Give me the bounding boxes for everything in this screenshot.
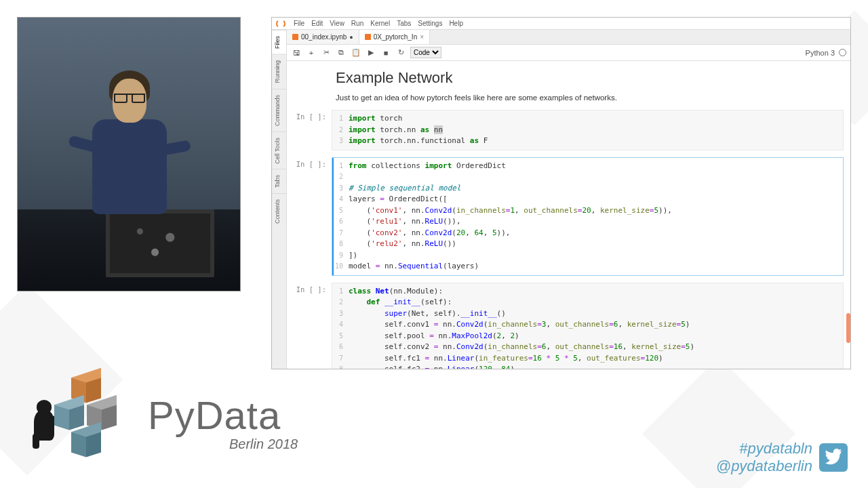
- run-icon[interactable]: ▶: [366, 47, 376, 58]
- line-number: 2: [332, 125, 349, 136]
- code-editor[interactable]: 1class Net(nn.Module):2 def __init__(sel…: [332, 283, 844, 369]
- notebook-toolbar: 🖫 + ✂ ⧉ 📋 ▶ ■ ↻ Code Python 3: [287, 45, 850, 61]
- line-number: 5: [332, 205, 349, 217]
- line-number: 3: [332, 136, 349, 147]
- code-text: self.conv1 = nn.Conv2d(in_channels=3, ou…: [349, 319, 690, 331]
- line-number: 3: [332, 308, 349, 320]
- menu-help[interactable]: Help: [449, 20, 463, 27]
- speaker-video: [17, 17, 241, 291]
- left-sidebar: FilesRunningCommandsCell ToolsTabsConten…: [272, 30, 287, 369]
- stop-icon[interactable]: ■: [380, 47, 391, 58]
- tab-label: 0X_pytorch_In: [374, 33, 418, 41]
- code-text: import torch.nn as nn: [349, 125, 443, 136]
- code-text: ('relu2', nn.ReLU()): [349, 239, 456, 250]
- code-text: ('relu1', nn.ReLU()),: [349, 216, 461, 228]
- menu-view[interactable]: View: [330, 20, 344, 27]
- dirty-indicator-icon: ●: [349, 34, 353, 41]
- menu-kernel[interactable]: Kernel: [370, 20, 390, 27]
- save-icon[interactable]: 🖫: [291, 47, 302, 58]
- line-number: 1: [332, 286, 349, 298]
- cut-icon[interactable]: ✂: [321, 47, 332, 58]
- pydata-brand: PyData Berlin 2018: [34, 373, 298, 474]
- hashtag: #pydatabln: [716, 440, 812, 457]
- menu-file[interactable]: File: [294, 20, 304, 27]
- kernel-status-icon[interactable]: [839, 49, 846, 56]
- presenter-figure: [85, 65, 174, 241]
- line-number: 8: [332, 239, 349, 250]
- menu-edit[interactable]: Edit: [311, 20, 323, 27]
- input-prompt: In [ ]:: [291, 110, 332, 150]
- menu-run[interactable]: Run: [351, 20, 363, 27]
- tab-00_index-ipynb[interactable]: 00_index.ipynb●: [287, 30, 359, 44]
- social-block: #pydatabln @pydataberlin: [716, 440, 848, 474]
- code-text: def __init__(self):: [349, 297, 452, 308]
- jupyterlab-window: FileEditViewRunKernelTabsSettingsHelp Fi…: [271, 17, 851, 369]
- markdown-cell[interactable]: Example Network Just to get an idea of h…: [287, 66, 850, 108]
- line-number: 1: [332, 161, 349, 172]
- code-text: super(Net, self).__init__(): [349, 308, 506, 320]
- code-text: self.fc1 = nn.Linear(in_features=16 * 5 …: [349, 353, 663, 365]
- line-number: 3: [332, 183, 349, 195]
- line-number: 6: [332, 216, 349, 228]
- code-cell[interactable]: In [ ]:1from collections import OrderedD…: [287, 156, 850, 281]
- input-prompt: In [ ]:: [291, 157, 332, 276]
- line-number: 6: [332, 342, 349, 353]
- sidetab-cell-tools[interactable]: Cell Tools: [272, 131, 286, 169]
- jupyter-logo-icon: [276, 19, 285, 28]
- scrollbar-thumb[interactable]: [846, 313, 850, 343]
- notebook-icon: [292, 34, 298, 40]
- code-text: ('conv2', nn.Conv2d(20, 64, 5)),: [349, 228, 510, 239]
- code-cell[interactable]: In [ ]:1import torch2import torch.nn as …: [287, 108, 850, 156]
- twitter-handle: @pydataberlin: [716, 458, 812, 474]
- notebook-icon: [365, 34, 371, 40]
- tab-0X_pytorch_In[interactable]: 0X_pytorch_In×: [359, 30, 430, 44]
- code-text: [349, 171, 353, 183]
- code-text: import torch: [349, 113, 402, 125]
- tab-label: 00_index.ipynb: [301, 33, 347, 41]
- restart-icon[interactable]: ↻: [395, 47, 406, 58]
- close-icon[interactable]: ×: [420, 33, 424, 41]
- code-text: self.pool = nn.MaxPool2d(2, 2): [349, 331, 519, 342]
- sidetab-tabs[interactable]: Tabs: [272, 169, 286, 193]
- line-number: 2: [332, 297, 349, 308]
- menu-tabs[interactable]: Tabs: [397, 20, 411, 27]
- add-cell-icon[interactable]: +: [306, 47, 317, 58]
- twitter-icon: [819, 443, 848, 472]
- code-cell[interactable]: In [ ]:1class Net(nn.Module):2 def __ini…: [287, 281, 850, 369]
- sidetab-running[interactable]: Running: [272, 54, 286, 89]
- menubar: FileEditViewRunKernelTabsSettingsHelp: [272, 18, 850, 30]
- sidetab-files[interactable]: Files: [272, 30, 286, 54]
- line-number: 9: [332, 250, 349, 262]
- code-text: self.conv2 = nn.Conv2d(in_channels=6, ou…: [349, 342, 694, 353]
- brand-name: PyData: [148, 396, 298, 435]
- kernel-name[interactable]: Python 3: [806, 49, 835, 57]
- paste-icon[interactable]: 📋: [351, 47, 361, 58]
- menu-settings[interactable]: Settings: [418, 20, 442, 27]
- code-text: ]): [349, 250, 357, 262]
- celltype-select[interactable]: Code: [410, 47, 441, 58]
- line-number: 10: [332, 261, 349, 272]
- copy-icon[interactable]: ⧉: [336, 47, 347, 58]
- code-text: from collections import OrderedDict: [349, 161, 506, 172]
- brand-subtitle: Berlin 2018: [229, 436, 298, 452]
- line-number: 4: [332, 319, 349, 331]
- line-number: 5: [332, 331, 349, 342]
- line-number: 8: [332, 364, 349, 369]
- code-editor[interactable]: 1import torch2import torch.nn as nn3impo…: [332, 110, 844, 150]
- code-text: # Simple sequential model: [349, 183, 461, 195]
- code-text: model = nn.Sequential(layers): [349, 261, 479, 272]
- heading: Example Network: [336, 69, 810, 87]
- notebook-body[interactable]: Example Network Just to get an idea of h…: [287, 61, 850, 369]
- document-tabs: 00_index.ipynb●0X_pytorch_In×: [287, 30, 850, 45]
- code-text: self.fc2 = nn.Linear(120, 84): [349, 364, 515, 369]
- line-number: 7: [332, 228, 349, 239]
- input-prompt: In [ ]:: [291, 283, 332, 369]
- pydata-logo-icon: [34, 373, 136, 474]
- code-text: layers = OrderedDict([: [349, 194, 448, 205]
- sidetab-contents[interactable]: Contents: [272, 193, 286, 229]
- code-text: ('conv1', nn.Conv2d(in_channels=1, out_c…: [349, 205, 672, 217]
- line-number: 7: [332, 353, 349, 365]
- sidetab-commands[interactable]: Commands: [272, 89, 286, 131]
- code-editor[interactable]: 1from collections import OrderedDict2 3#…: [332, 157, 844, 276]
- paragraph: Just to get an idea of how pytorch feels…: [336, 94, 810, 102]
